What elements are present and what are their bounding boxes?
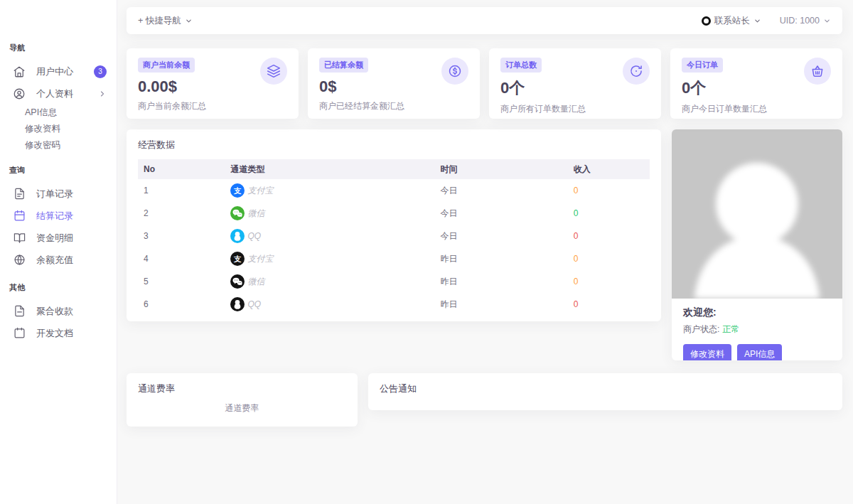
sidebar-section-other: 其他 [0,282,117,293]
stat-badge: 已结算余额 [319,58,368,73]
channel-rate-card: 通道费率 通道费率 [127,373,358,427]
chevron-down-icon [823,17,831,25]
cell-income: 0 [568,247,650,270]
notification-badge: 3 [94,65,107,78]
sidebar-item-aggregate-collection[interactable]: 聚合收款 [0,300,117,322]
stat-description: 商户所有订单数量汇总 [500,103,650,115]
sidebar: 导航 用户中心 3 个人资料 API信息 修改资料 修改密码 查询 订单记录 [0,0,117,504]
merchant-status: 商户状态:正常 [683,323,831,336]
column-header-time: 时间 [435,159,568,179]
channel-label: QQ [247,231,261,241]
business-data-card: 经营数据 No 通道类型 时间 收入 1 [127,129,661,321]
sidebar-item-label: 余额充值 [36,254,73,267]
sidebar-item-order-records[interactable]: 订单记录 [0,183,117,205]
cell-time: 今日 [435,225,568,247]
layers-icon [260,58,287,85]
notice-card: 公告通知 [368,373,842,410]
cell-no: 6 [138,293,225,316]
refresh-icon [623,58,650,85]
site-logo-icon [702,16,711,26]
cell-no: 3 [138,225,225,247]
quick-nav-label: + 快捷导航 [138,15,181,27]
sidebar-item-label: 聚合收款 [36,305,73,318]
cell-income: 0 [568,270,650,293]
cell-no: 1 [138,179,225,202]
cell-time: 昨日 [435,270,568,293]
sidebar-item-label: 开发文档 [36,327,73,340]
file-text-icon [13,188,26,200]
cell-time: 昨日 [435,293,568,316]
sidebar-item-label: 订单记录 [36,188,73,200]
calendar-icon [13,327,26,340]
sidebar-section-nav: 导航 [0,43,117,53]
cell-income: 0 [568,202,650,225]
api-info-button[interactable]: API信息 [737,344,782,360]
cell-income: 0 [568,179,650,202]
sidebar-section-query: 查询 [0,165,117,176]
uid-dropdown[interactable]: UID: 1000 [780,16,831,26]
qq-icon [230,229,245,243]
cell-no: 5 [138,270,225,293]
stat-badge: 商户当前余额 [138,58,195,73]
cell-time: 今日 [435,202,568,225]
contact-admin-label: 联系站长 [714,15,750,27]
chevron-down-icon [185,17,193,25]
quick-nav-dropdown[interactable]: + 快捷导航 [138,15,193,27]
business-data-title: 经营数据 [138,139,650,151]
channel-rate-title: 通道费率 [138,382,346,395]
app-root: 导航 用户中心 3 个人资料 API信息 修改资料 修改密码 查询 订单记录 [0,0,853,504]
table-row: 5 微信 昨日 0 [138,270,650,293]
stat-cards-row: 商户当前余额 0.00$ 商户当前余额汇总 已结算余额 0$ 商户已经结算金额汇… [127,48,842,119]
sidebar-item-balance-recharge[interactable]: 余额充值 [0,249,117,271]
svg-text:支: 支 [233,254,242,263]
sidebar-subitem-edit-password[interactable]: 修改密码 [0,137,117,154]
sidebar-item-user-center[interactable]: 用户中心 3 [0,60,117,82]
stat-card-today-orders: 今日订单 0个 商户今日订单数量汇总 [670,48,842,119]
column-header-channel: 通道类型 [225,159,434,179]
globe-icon [13,254,26,267]
edit-profile-button[interactable]: 修改资料 [683,344,731,360]
wechat-icon [230,206,245,220]
cell-income: 0 [568,293,650,316]
status-value: 正常 [722,324,739,334]
notice-title: 公告通知 [380,382,831,395]
main-content: + 快捷导航 联系站长 UID: 1000 [117,0,853,504]
sidebar-item-settlement-records[interactable]: 结算记录 [0,205,117,227]
stat-badge: 订单总数 [500,58,542,73]
bottom-row: 通道费率 通道费率 公告通知 [127,373,842,427]
table-row: 4 支 支付宝 昨日 0 [138,247,650,270]
column-header-income: 收入 [568,159,650,179]
stat-card-current-balance: 商户当前余额 0.00$ 商户当前余额汇总 [127,48,299,119]
stat-badge: 今日订单 [682,58,723,73]
stat-card-total-orders: 订单总数 0个 商户所有订单数量汇总 [489,48,661,119]
file-icon [13,305,26,318]
stat-card-settled-balance: 已结算余额 0$ 商户已经结算金额汇总 [308,48,480,119]
cell-time: 今日 [435,179,568,202]
cell-no: 2 [138,202,225,225]
profile-card: 欢迎您: 商户状态:正常 修改资料 API信息 [672,129,842,360]
basket-icon [804,58,831,85]
user-circle-icon [13,87,26,100]
qq-icon [230,297,245,311]
business-data-table: No 通道类型 时间 收入 1 支 [138,159,650,316]
contact-admin-dropdown[interactable]: 联系站长 [702,15,761,27]
stat-description: 商户今日订单数量汇总 [682,103,831,115]
book-open-icon [13,232,26,245]
sidebar-item-label: 资金明细 [36,232,73,245]
sidebar-item-label: 结算记录 [36,210,73,222]
channel-label: 支付宝 [247,253,273,265]
table-row: 6 QQ 昨日 0 [138,293,650,316]
calendar-icon [13,210,26,222]
status-label: 商户状态: [683,324,719,334]
sidebar-subitem-edit-profile[interactable]: 修改资料 [0,121,117,137]
sidebar-subitem-api-info[interactable]: API信息 [0,104,117,121]
sidebar-item-fund-details[interactable]: 资金明细 [0,227,117,249]
sidebar-item-label: 用户中心 [36,65,73,78]
avatar [672,129,842,299]
channel-rate-content: 通道费率 [138,402,346,414]
stat-description: 商户当前余额汇总 [138,100,287,112]
sidebar-item-profile[interactable]: 个人资料 [0,82,117,104]
sidebar-item-dev-docs[interactable]: 开发文档 [0,322,117,344]
dollar-circle-icon [441,58,468,85]
table-row: 2 微信 今日 0 [138,202,650,225]
